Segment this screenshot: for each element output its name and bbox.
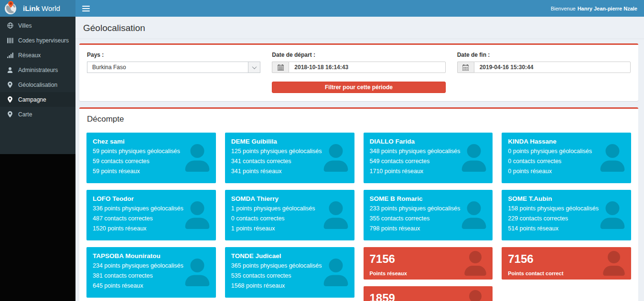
summary-card-points-contact[interactable]: 7156 Points contact correct	[502, 247, 631, 280]
globe-icon	[7, 22, 13, 29]
calendar-icon	[457, 62, 474, 73]
map-marker-icon	[7, 96, 13, 103]
agent-card[interactable]: SOMDA Thierry 1 points physiques géoloca…	[225, 190, 354, 240]
brand-name-bold: iLink	[23, 4, 40, 12]
agent-card[interactable]: KINDA Hassane 0 points physiques géoloca…	[502, 133, 631, 183]
summary-card-points-physiques[interactable]: 1859 Points physiques géolocalisés	[364, 286, 493, 301]
welcome-message: BienvenueHanry Jean-pierre Nzale	[551, 6, 637, 11]
top-navbar: BienvenueHanry Jean-pierre Nzale	[75, 0, 644, 17]
sidebar-item-codes-hyperviseurs[interactable]: Codes hyperviseurs	[0, 33, 75, 48]
calendar-icon	[272, 62, 289, 73]
agent-card[interactable]: TAPSOBA Mouniratou 234 points physiques …	[86, 247, 216, 298]
agent-card[interactable]: TONDE Judicael 365 points physiques géol…	[225, 247, 354, 298]
agent-card[interactable]: DIALLO Farida 348 points physiques géolo…	[364, 133, 493, 183]
country-select[interactable]: Burkina Faso	[87, 62, 260, 73]
map-marker-icon	[7, 111, 13, 118]
signal-bars-icon	[7, 52, 13, 59]
sidebar-item-label: Réseaux	[18, 52, 41, 59]
agent-card[interactable]: LOFO Teodor 336 points physiques géoloca…	[86, 190, 216, 240]
filter-period-button[interactable]: Filtrer pour cette période	[272, 82, 445, 93]
sidebar-item-geolocalisation[interactable]: Géolocalisation	[0, 77, 75, 92]
decompte-box: Décompte Chez sami 59 points physiques g…	[79, 107, 638, 301]
sidebar-item-reseaux[interactable]: Réseaux	[0, 48, 75, 62]
sidebar-item-administrateurs[interactable]: Administrateurs	[0, 62, 75, 77]
person-silhouette-icon	[185, 259, 210, 286]
start-date-label: Date de départ :	[272, 52, 445, 58]
page-title: Géolocalisation	[75, 17, 644, 39]
agent-card[interactable]: DEME Guibilila 125 points physiques géol…	[225, 133, 354, 183]
cards-column-2: DEME Guibilila 125 points physiques géol…	[225, 133, 354, 298]
person-silhouette-icon	[462, 201, 486, 229]
cards-column-4: KINDA Hassane 0 points physiques géoloca…	[502, 133, 631, 280]
person-silhouette-icon	[464, 290, 486, 301]
globe-pin-logo-icon	[4, 1, 17, 16]
end-date-input[interactable]	[474, 62, 631, 73]
sidebar-item-carte[interactable]: Carte	[0, 107, 75, 122]
sidebar: iLinkWorld Villes Codes hyperviseurs	[0, 0, 75, 301]
person-silhouette-icon	[464, 251, 486, 276]
barcode-icon	[7, 37, 13, 44]
agent-card[interactable]: Chez sami 59 points physiques géolocalis…	[86, 133, 216, 183]
app-window: iLinkWorld Villes Codes hyperviseurs	[0, 0, 644, 301]
welcome-prefix: Bienvenue	[551, 6, 576, 11]
cards-grid: Chez sami 59 points physiques géolocalis…	[79, 128, 638, 301]
sidebar-item-campagne[interactable]: Campagne	[0, 92, 75, 107]
cards-column-1: Chez sami 59 points physiques géolocalis…	[86, 133, 216, 298]
brand-logo[interactable]: iLinkWorld	[0, 0, 75, 17]
person-silhouette-icon	[603, 251, 625, 276]
end-date-field: Date de fin :	[457, 52, 631, 73]
start-date-input[interactable]	[289, 62, 445, 73]
end-date-label: Date de fin :	[457, 52, 631, 58]
sidebar-item-label: Codes hyperviseurs	[18, 37, 69, 44]
person-silhouette-icon	[185, 144, 210, 172]
person-silhouette-icon	[323, 201, 348, 229]
agent-card[interactable]: SOME B Romaric 233 points physiques géol…	[364, 190, 493, 240]
sidebar-item-label: Géolocalisation	[18, 82, 57, 88]
sidebar-menu: Villes Codes hyperviseurs Réseaux	[0, 17, 75, 154]
map-marker-icon	[7, 82, 13, 88]
agent-card[interactable]: SOME T.Aubin 158 points physiques géoloc…	[502, 190, 631, 240]
user-name: Hanry Jean-pierre Nzale	[578, 6, 637, 11]
decompte-title: Décompte	[79, 109, 638, 128]
country-field: Pays : Burkina Faso	[87, 52, 260, 73]
cards-column-3: DIALLO Farida 348 points physiques géolo…	[364, 133, 493, 301]
sidebar-toggle-hamburger-icon[interactable]	[82, 4, 90, 13]
sidebar-item-label: Villes	[18, 22, 32, 29]
sidebar-item-label: Administrateurs	[18, 67, 58, 73]
person-silhouette-icon	[600, 144, 625, 172]
person-silhouette-icon	[185, 201, 210, 229]
person-silhouette-icon	[323, 144, 348, 172]
country-selected-value: Burkina Faso	[87, 64, 248, 71]
chevron-down-icon[interactable]	[248, 62, 260, 73]
person-silhouette-icon	[462, 144, 486, 172]
filter-box: Pays : Burkina Faso Date de départ :	[79, 43, 638, 101]
user-icon	[7, 67, 13, 73]
summary-card-points-reseaux[interactable]: 7156 Points réseaux	[364, 247, 493, 280]
country-label: Pays :	[87, 52, 260, 58]
sidebar-item-label: Carte	[18, 111, 32, 118]
sidebar-item-villes[interactable]: Villes	[0, 18, 75, 33]
start-date-field: Date de départ :	[272, 52, 445, 73]
brand-name-light: World	[42, 4, 60, 12]
brand-name: iLinkWorld	[23, 4, 60, 12]
content-area: Géolocalisation Pays : Burkina Faso Date…	[75, 17, 644, 301]
person-silhouette-icon	[323, 259, 348, 286]
sidebar-item-label: Campagne	[18, 96, 46, 103]
person-silhouette-icon	[600, 201, 625, 229]
